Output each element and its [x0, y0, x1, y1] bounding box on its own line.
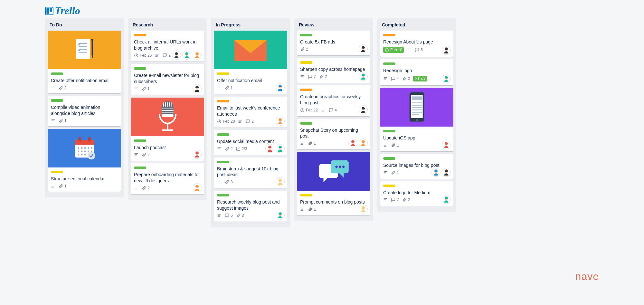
avatar[interactable] [172, 51, 181, 60]
avatar[interactable] [359, 105, 368, 114]
list-title[interactable]: Review [297, 21, 370, 31]
svg-point-23 [81, 147, 82, 149]
svg-rect-10 [91, 39, 93, 41]
attachments-badge: 3 [225, 180, 233, 184]
avatar[interactable] [442, 140, 451, 149]
card[interactable]: Update social media content 2 2/3 [214, 130, 287, 155]
avatar[interactable] [276, 144, 285, 153]
card-title: Sharpen copy across homepage [300, 66, 367, 72]
attachments-badge: 1 [391, 143, 399, 148]
card-label-orange [217, 100, 229, 102]
comments-badge: 4 [391, 76, 399, 81]
card[interactable]: Brainstorm & suggest 10x blog post ideas… [214, 157, 287, 188]
attachments-badge: 2 [225, 147, 233, 151]
card[interactable]: Update iOS app 1 [380, 88, 453, 151]
description-icon [300, 207, 305, 212]
avatar[interactable] [442, 46, 451, 55]
card-label-orange [383, 34, 395, 36]
avatar[interactable] [265, 144, 274, 153]
trello-icon [45, 7, 53, 15]
svg-marker-9 [92, 56, 93, 59]
avatar[interactable] [193, 150, 202, 159]
avatar[interactable] [276, 211, 285, 220]
card-title: Prepare onboarding materials for new UI … [134, 172, 201, 184]
card-cover [297, 152, 370, 191]
svg-point-108 [339, 166, 341, 168]
card[interactable]: Redesign logo 4 2 7/7 [380, 59, 453, 85]
list-title[interactable]: Research [131, 21, 204, 31]
list-column[interactable]: In ProgressOffer notification email 1Ema… [211, 18, 290, 227]
card[interactable]: Offer notification email 1 [214, 31, 287, 94]
card[interactable]: Create 5x FB ads 2 [297, 31, 370, 55]
card[interactable]: Create e-mail newsletter for blog subscr… [131, 64, 204, 95]
avatar[interactable] [359, 44, 368, 53]
card-label-yellow [383, 185, 395, 187]
card-cover [48, 31, 121, 69]
card-label-yellow [300, 194, 312, 196]
description-icon [383, 197, 388, 202]
card[interactable]: Create infographics for weekly blog post… [297, 85, 370, 116]
list-column[interactable]: ResearchCheck all internal URLs work in … [128, 18, 207, 200]
card-label-green [134, 139, 146, 142]
avatar[interactable] [276, 83, 285, 92]
attachments-badge: 3 [59, 86, 67, 90]
card[interactable]: Email to last week's conference attendee… [214, 97, 287, 128]
list-title[interactable]: To Do [48, 21, 121, 31]
avatar[interactable] [359, 205, 368, 214]
card-members [276, 117, 285, 126]
avatar[interactable] [442, 195, 451, 204]
card[interactable]: Sharpen copy across homepage 7 2 [297, 58, 370, 83]
svg-rect-2 [50, 8, 52, 12]
avatar[interactable] [276, 117, 285, 126]
card[interactable]: Prompt comments on blog posts 1 [297, 152, 370, 215]
description-icon [300, 141, 305, 146]
card[interactable]: Check all internal URLs work in blog arc… [131, 31, 204, 62]
list-column[interactable]: To DoCreate offer notification email 3Co… [45, 18, 124, 197]
card[interactable]: Create logo for Medium 7 2 [380, 181, 453, 206]
avatar[interactable] [182, 51, 191, 60]
svg-point-26 [91, 147, 92, 149]
comments-badge: 2 [246, 119, 254, 124]
card-badges: 2 [134, 152, 201, 157]
card-badges: 3 [51, 86, 118, 90]
attachments-badge: 2 [402, 197, 410, 202]
avatar[interactable] [442, 74, 451, 83]
card-label-green [51, 72, 63, 75]
card-badges: 7 2 [300, 74, 367, 79]
card-title: Launch podcast [134, 145, 201, 151]
card[interactable]: Source images for blog post 1 [380, 154, 453, 179]
avatar[interactable] [276, 177, 285, 186]
avatar[interactable] [193, 84, 202, 93]
list-column[interactable]: ReviewCreate 5x FB ads 2Sharpen copy acr… [294, 18, 373, 221]
svg-point-109 [342, 166, 345, 168]
card-members [442, 46, 451, 55]
card[interactable]: Create offer notification email 3 [48, 31, 121, 93]
list-title[interactable]: In Progress [214, 21, 287, 31]
avatar[interactable] [193, 51, 202, 60]
card[interactable]: Launch podcast 2 [131, 98, 204, 161]
description-icon [383, 143, 388, 148]
card-members [359, 44, 368, 53]
avatar[interactable] [442, 168, 451, 177]
avatar[interactable] [359, 72, 368, 81]
card[interactable]: Structure editorial calendar 1 [48, 129, 121, 192]
card-members [193, 84, 202, 93]
card-members [348, 138, 368, 148]
attachments-badge: 1 [142, 87, 150, 91]
list-title[interactable]: Completed [380, 21, 453, 31]
card[interactable]: Snapchat Story on upcoming post 1 [297, 119, 370, 150]
card-members [431, 168, 451, 177]
list-column[interactable]: CompletedRedesign About Us page Feb 10 5… [377, 18, 456, 212]
svg-rect-51 [162, 108, 173, 114]
svg-point-34 [84, 154, 86, 156]
checklist-badge: 7/7 [413, 76, 427, 81]
avatar[interactable] [431, 168, 440, 177]
card[interactable]: Prepare onboarding materials for new UI … [131, 163, 204, 194]
card[interactable]: Compile video animation alongside blog a… [48, 96, 121, 126]
description-icon [383, 76, 388, 81]
avatar[interactable] [193, 183, 202, 192]
card[interactable]: Research weekly blog post and suggest im… [214, 191, 287, 222]
avatar[interactable] [348, 138, 357, 148]
card[interactable]: Redesign About Us page Feb 10 5 [380, 31, 453, 57]
avatar[interactable] [359, 138, 368, 148]
